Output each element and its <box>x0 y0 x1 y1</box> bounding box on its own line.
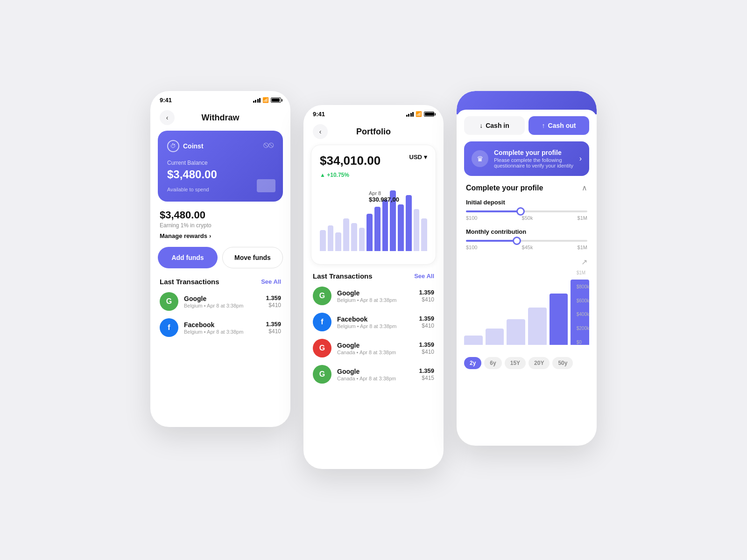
tx-avatar: f <box>160 318 178 337</box>
portfolio-title: Portfolio <box>356 127 391 137</box>
time-tab-2y[interactable]: 2y <box>464 357 481 369</box>
time-tab-6y[interactable]: 6y <box>484 357 501 369</box>
tx-avatar: f <box>313 313 331 331</box>
invest-chart-bars <box>464 270 589 345</box>
tx-meta: Canada • Apr 8 at 3:38pm <box>337 376 413 381</box>
crown-icon: ♛ <box>472 150 488 167</box>
currency-selector[interactable]: USD ▾ <box>409 154 427 161</box>
transactions-title-1: Last Transactions <box>160 278 219 286</box>
add-funds-button[interactable]: Add funds <box>158 247 218 268</box>
tx-name: Google <box>337 289 413 297</box>
balance-display: $3,480.00 <box>160 209 281 221</box>
coinst-icon: ⏱ <box>167 140 179 152</box>
tx-name: Google <box>184 295 260 302</box>
white-overlay: ↓ Cash in ↑ Cash out ♛ Complete your pro… <box>457 110 597 369</box>
collapse-icon[interactable]: ∧ <box>582 183 587 192</box>
tx-value: $410 <box>419 349 434 355</box>
move-funds-button[interactable]: Move funds <box>222 247 283 268</box>
see-all-2[interactable]: See All <box>414 273 434 280</box>
time-tab-20Y[interactable]: 20Y <box>529 357 550 369</box>
tx-amount: 1.359 $410 <box>266 321 281 335</box>
chart-bar <box>328 225 334 251</box>
time-tab-50y[interactable]: 50y <box>552 357 573 369</box>
transaction-item: f Facebook Belgium • Apr 8 at 3:38pm 1.3… <box>313 313 434 331</box>
transaction-list-2: G Google Belgium • Apr 8 at 3:38pm 1.359… <box>313 287 434 384</box>
back-button-1[interactable]: ‹ <box>160 110 175 125</box>
tx-meta: Belgium • Apr 8 at 3:38pm <box>184 303 260 308</box>
see-all-1[interactable]: See All <box>261 278 281 285</box>
time-2: 9:41 <box>313 111 325 118</box>
portfolio-screen: 9:41 📶 ‹ Portfolio $34,010.00 <box>303 105 444 469</box>
chart-bar <box>359 228 365 251</box>
tx-meta: Belgium • Apr 8 at 3:38pm <box>337 297 413 303</box>
chart-tooltip: Apr 8 $30.987,00 <box>369 190 399 203</box>
chart-bar <box>335 232 341 251</box>
tx-amount: 1.359 $415 <box>419 367 434 381</box>
expand-button[interactable]: ↗ <box>457 258 597 270</box>
monthly-thumb[interactable] <box>513 237 521 245</box>
transaction-item: G Google Canada • Apr 8 at 3:38pm 1.359 … <box>313 339 434 357</box>
tx-meta: Canada • Apr 8 at 3:38pm <box>337 350 413 355</box>
tx-meta: Belgium • Apr 8 at 3:38pm <box>184 329 260 335</box>
status-bar-2: 9:41 📶 <box>303 105 444 120</box>
tx-info: Google Canada • Apr 8 at 3:38pm <box>337 368 413 381</box>
portfolio-change: +10.75% <box>320 172 427 178</box>
tx-value: $415 <box>419 375 434 381</box>
back-button-2[interactable]: ‹ <box>313 124 328 139</box>
tx-info: Google Belgium • Apr 8 at 3:38pm <box>184 295 260 308</box>
tx-info: Google Canada • Apr 8 at 3:38pm <box>337 342 413 355</box>
investment-chart: $1M $800k $600k $400k $200k $0 <box>457 270 597 352</box>
battery-icon-1 <box>271 98 281 103</box>
monthly-track[interactable] <box>466 240 587 242</box>
chart-bar <box>320 230 326 251</box>
invest-bar <box>507 319 525 345</box>
battery-icon-2 <box>424 112 434 117</box>
tx-count: 1.359 <box>419 289 434 296</box>
portfolio-card: $34,010.00 USD ▾ +10.75% Apr 8 $30.987,0… <box>311 145 436 265</box>
wifi-icon-2: 📶 <box>416 111 422 117</box>
balance-card: ⏱ Coinst Current Balance $3,480.00 Avail… <box>158 131 283 202</box>
initial-thumb[interactable] <box>516 207 525 216</box>
initial-labels: $100 $50k $1M <box>466 215 587 221</box>
banner-text: Complete your profile Please complete th… <box>494 149 574 168</box>
chevron-down-icon: ▾ <box>424 154 427 161</box>
tx-value: $410 <box>419 322 434 329</box>
transactions-title-2: Last Transactions <box>313 272 373 280</box>
card-logo: ⏱ Coinst <box>167 140 274 152</box>
cash-out-tab[interactable]: ↑ Cash out <box>529 116 589 135</box>
download-icon: ↓ <box>479 122 483 129</box>
invest-bar <box>550 294 568 345</box>
tx-count: 1.359 <box>419 367 434 374</box>
tx-avatar: G <box>160 292 178 311</box>
invest-bar <box>528 308 547 345</box>
tx-count: 1.359 <box>419 341 434 348</box>
time-tab-15Y[interactable]: 15Y <box>505 357 526 369</box>
initial-deposit-track[interactable] <box>466 210 587 212</box>
chart-bar <box>351 223 357 251</box>
tx-name: Google <box>337 368 413 375</box>
tx-value: $410 <box>419 296 434 303</box>
expand-icon: ↗ <box>581 258 587 266</box>
invest-y-axis: $1M $800k $600k $400k $200k $0 <box>577 270 589 345</box>
withdraw-header: ‹ Withdraw <box>150 106 290 131</box>
cash-in-tab[interactable]: ↓ Cash in <box>464 116 525 135</box>
tx-avatar: G <box>313 365 331 384</box>
manage-rewards-link[interactable]: Manage rewards › <box>160 232 281 239</box>
wifi-icon-1: 📶 <box>262 97 269 103</box>
portfolio-amount: $34,010.00 <box>320 154 381 168</box>
withdraw-title: Withdraw <box>202 113 240 123</box>
section-header: Complete your profile ∧ <box>457 183 597 199</box>
chart-bar <box>382 200 388 251</box>
tx-count: 1.359 <box>419 315 434 322</box>
transaction-list-1: G Google Belgium • Apr 8 at 3:38pm 1.359… <box>160 292 281 337</box>
balance-label: Current Balance <box>167 160 274 166</box>
chart-bar <box>374 207 381 251</box>
monthly-fill <box>466 240 517 242</box>
transaction-item: G Google Canada • Apr 8 at 3:38pm 1.359 … <box>313 365 434 384</box>
chart-bar <box>343 218 349 251</box>
complete-profile-banner[interactable]: ♛ Complete your profile Please complete … <box>464 141 589 176</box>
transactions-section-2: Last Transactions See All G Google Belgi… <box>303 272 444 384</box>
balance-subtitle: Earning 1% in crypto <box>160 222 281 229</box>
manage-rewards-arrow: › <box>209 232 211 239</box>
nfc-icon: ⦸⦸ <box>263 140 274 150</box>
